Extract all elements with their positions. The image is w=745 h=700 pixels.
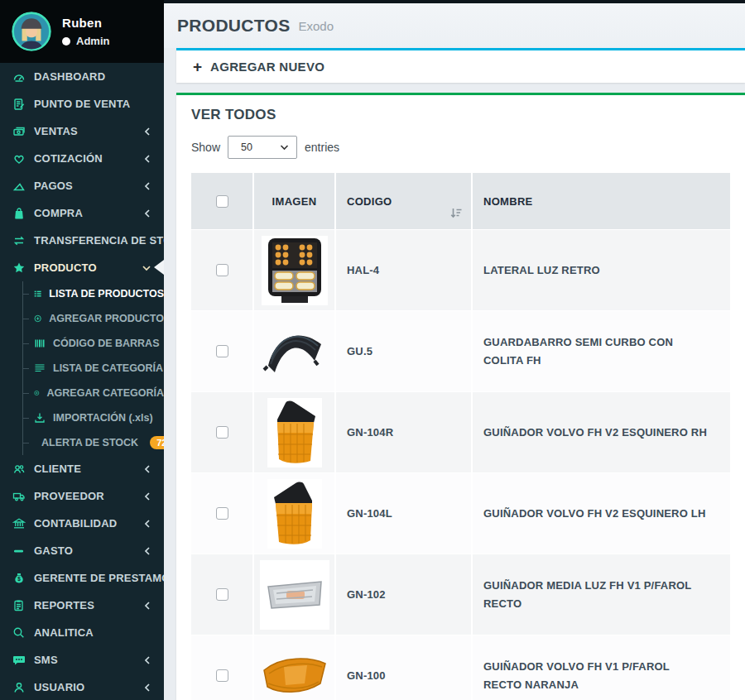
- table-row-cell: GUARDABARRO SEMI CURBO CON COLITA FH: [473, 311, 730, 391]
- chevron-left-icon: [143, 683, 151, 693]
- active-menu-notch: [154, 260, 164, 275]
- table-row-cell: GUIÑADOR VOLVO FH V2 ESQUINERO RH: [473, 392, 730, 472]
- dashboard-icon: [12, 70, 26, 84]
- table-header-imagen[interactable]: IMAGEN: [254, 173, 334, 229]
- chevron-left-icon: [143, 127, 151, 137]
- row-checkbox[interactable]: [216, 507, 228, 520]
- products-table: IMAGEN CODIGO NOMBRE HAL-4: [191, 173, 730, 700]
- table-row-cell: [254, 392, 334, 472]
- table-header-select: [191, 173, 252, 229]
- chevron-left-icon: [143, 181, 151, 191]
- submenu-item-alerta-de-stock[interactable]: ALERTA DE STOCK 728: [23, 430, 164, 455]
- product-name: GUIÑADOR MEDIA LUZ FH V1 P/FAROL RECTO: [483, 577, 707, 612]
- submenu-item-agregar-producto[interactable]: AGREGAR PRODUCTO: [23, 306, 164, 331]
- submenu-item-agregar-categoria[interactable]: AGREGAR CATEGORÍA: [23, 381, 164, 405]
- sidebar-item-analitica[interactable]: ANALITICA: [0, 619, 164, 646]
- add-new-label: AGREGAR NUEVO: [210, 60, 324, 74]
- sidebar-item-contabilidad[interactable]: CONTABILIDAD: [0, 510, 164, 537]
- submenu-item-label: LISTA DE PRODUCTOS: [49, 288, 164, 300]
- submenu-item-codigo-de-barras[interactable]: CÓDIGO DE BARRAS: [23, 331, 164, 356]
- clients-icon: [12, 463, 26, 476]
- submenu-item-label: ALERTA DE STOCK: [41, 437, 138, 448]
- submenu-item-lista-de-categoria[interactable]: LISTA DE CATEGORÍA: [23, 356, 164, 381]
- sidebar-item-ventas[interactable]: VENTAS: [0, 117, 164, 145]
- product-code: GU.5: [347, 343, 372, 360]
- heart-icon: [12, 152, 26, 165]
- sidebar-item-label: PRODUCTO: [34, 261, 97, 274]
- row-checkbox[interactable]: [216, 669, 228, 682]
- sidebar-item-label: COMPRA: [34, 207, 83, 219]
- table-row-cell: GUIÑADOR VOLVO FH V1 P/FAROL RECTO NARAN…: [473, 635, 730, 700]
- sidebar-item-gerente-de-prestamo[interactable]: $ GERENTE DE PRESTAMO: [0, 564, 164, 592]
- products-panel: VER TODOS Show 50 entries IMAGEN CODIGO …: [176, 93, 745, 700]
- transfer-arrows-icon: [12, 234, 26, 247]
- sidebar-item-producto[interactable]: PRODUCTO: [0, 254, 164, 281]
- column-label: IMAGEN: [272, 195, 317, 208]
- sort-icon[interactable]: [449, 207, 463, 223]
- chevron-left-icon: [143, 491, 151, 501]
- product-code: GN-100: [347, 667, 386, 684]
- select-all-checkbox[interactable]: [216, 195, 228, 208]
- table-row-cell: GUIÑADOR MEDIA LUZ FH V1 P/FAROL RECTO: [473, 554, 730, 635]
- sidebar-item-cliente[interactable]: CLIENTE: [0, 455, 164, 482]
- row-checkbox[interactable]: [216, 426, 228, 439]
- page-size-control: Show 50 entries: [191, 136, 730, 159]
- chat-bubble-icon: [12, 654, 26, 667]
- table-row-cell: [254, 635, 334, 700]
- sidebar-item-pagos[interactable]: PAGOS: [0, 172, 164, 199]
- row-checkbox[interactable]: [216, 588, 228, 601]
- money-icon: [12, 125, 26, 138]
- svg-text:$: $: [17, 576, 21, 583]
- table-row-cell: [191, 392, 252, 472]
- table-header-codigo[interactable]: CODIGO: [336, 173, 471, 229]
- submenu-item-importacion-xls[interactable]: IMPORTACIÓN (.xls): [23, 405, 164, 430]
- sidebar-item-usuario[interactable]: USUARIO: [0, 674, 164, 700]
- column-label: CODIGO: [347, 195, 392, 208]
- minus-icon: [12, 544, 26, 558]
- show-label: Show: [191, 141, 220, 154]
- table-row-cell: [191, 311, 252, 391]
- plus-circle-icon: [34, 313, 41, 324]
- page-size-value: 50: [241, 141, 280, 153]
- sidebar-item-transferencia-de-stock[interactable]: TRANSFERENCIA DE STOCK: [0, 227, 164, 254]
- sidebar-item-label: PUNTO DE VENTA: [34, 98, 130, 110]
- product-image-mudguard: [260, 323, 329, 381]
- chevron-left-icon: [143, 601, 151, 611]
- row-checkbox[interactable]: [216, 345, 228, 357]
- column-label: NOMBRE: [483, 195, 533, 208]
- sidebar-item-proveedor[interactable]: PROVEEDOR: [0, 482, 164, 510]
- submenu-item-lista-de-productos[interactable]: LISTA DE PRODUCTOS: [23, 281, 164, 306]
- product-image-corner-signal-left: [267, 479, 322, 549]
- sidebar-item-sms[interactable]: SMS: [0, 646, 164, 674]
- shopping-bag-icon: [12, 207, 26, 220]
- submenu-item-label: LISTA DE CATEGORÍA: [53, 362, 163, 374]
- sidebar-item-cotizacion[interactable]: COTIZACIÓN: [0, 145, 164, 172]
- sidebar-item-punto-de-venta[interactable]: PUNTO DE VENTA: [0, 90, 164, 117]
- page-header: PRODUCTOS Exodo: [164, 3, 745, 48]
- sidebar-item-gasto[interactable]: GASTO: [0, 537, 164, 564]
- sidebar-item-label: USUARIO: [34, 681, 84, 693]
- user-role: Admin: [76, 35, 109, 47]
- sidebar-item-reportes[interactable]: REPORTES: [0, 592, 164, 619]
- chevron-left-icon: [143, 154, 151, 164]
- status-dot: [62, 37, 70, 46]
- sidebar-item-dashboard[interactable]: DASHBOARD: [0, 63, 164, 90]
- product-name: LATERAL LUZ RETRO: [483, 261, 600, 279]
- row-checkbox[interactable]: [216, 264, 228, 276]
- clipboard-icon: [12, 599, 26, 612]
- page-subtitle: Exodo: [299, 19, 334, 33]
- page-size-select[interactable]: 50: [228, 136, 297, 159]
- table-row-cell: GN-104L: [336, 473, 471, 554]
- table-row-cell: [254, 554, 334, 635]
- sidebar-item-compra[interactable]: COMPRA: [0, 199, 164, 227]
- table-header-nombre[interactable]: NOMBRE: [473, 173, 730, 229]
- add-new-button[interactable]: + AGREGAR NUEVO: [176, 48, 745, 83]
- product-code: GN-104R: [347, 424, 393, 441]
- import-icon: [34, 412, 46, 424]
- list-icon: [34, 288, 41, 300]
- table-row-cell: LATERAL LUZ RETRO: [473, 230, 730, 310]
- product-code: GN-102: [347, 586, 386, 603]
- user-profile[interactable]: Ruben Admin: [0, 0, 164, 63]
- product-image-corner-signal-right: [267, 398, 322, 467]
- user-name: Ruben: [62, 16, 109, 30]
